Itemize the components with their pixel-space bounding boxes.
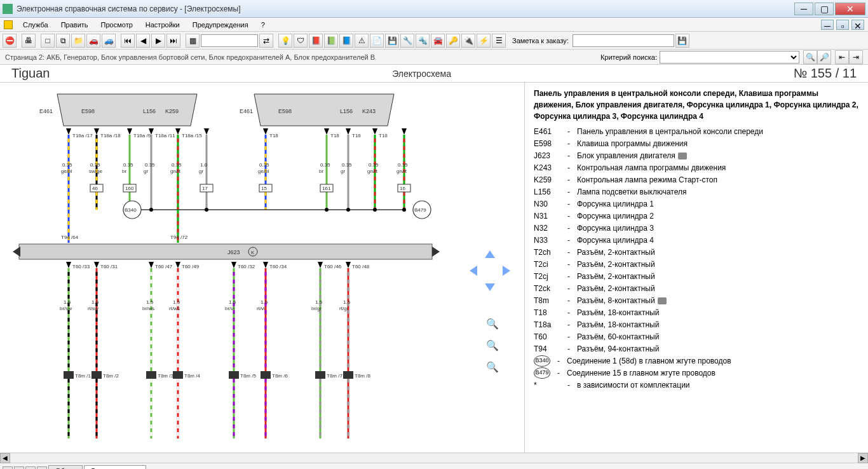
maximize-button[interactable]: ▢ (815, 3, 834, 15)
tb-list-icon[interactable]: ☰ (492, 34, 506, 48)
tb-next-icon[interactable]: ▶ (151, 34, 165, 48)
legend-row: N33-Форсунка цилиндра 4 (534, 234, 859, 246)
legend-row: K243-Контрольная лампа программы движени… (534, 162, 859, 173)
camera-icon[interactable] (658, 297, 667, 304)
tb-tool2-icon[interactable]: 🔩 (416, 34, 430, 48)
svg-text:gr: gr (341, 168, 345, 174)
tb-prev-icon[interactable]: ◀ (136, 34, 150, 48)
tab-nav-first[interactable]: ⏮ (3, 466, 13, 469)
svg-text:br/gr: br/gr (311, 306, 322, 311)
menu-view[interactable]: Просмотр (96, 20, 138, 30)
note-label: Заметка к заказу: (512, 37, 569, 44)
legend-dash: - (566, 162, 572, 173)
legend-dash: - (566, 331, 572, 343)
scroll-right-icon[interactable]: ▶ (858, 453, 868, 463)
tb-book1-icon[interactable]: 📕 (309, 34, 323, 48)
svg-text:ge/bl: ge/bl (61, 168, 72, 174)
tb-book3-icon[interactable]: 📘 (339, 34, 353, 48)
legend-dash: - (566, 210, 572, 222)
svg-text:0.35: 0.35 (90, 162, 100, 168)
model-name: Tiguan (11, 66, 50, 81)
svg-text:46: 46 (92, 186, 98, 191)
legend-dash: - (566, 295, 572, 306)
zoom-in-icon[interactable]: 🔍 (486, 339, 499, 352)
menu-settings[interactable]: Настройки (140, 20, 185, 30)
svg-text:T8m /6: T8m /6 (272, 373, 288, 379)
pagebar: Страница 2: АКБ, Генератор, Блок управле… (0, 50, 868, 65)
tb-refresh-icon[interactable]: ⇄ (259, 34, 273, 48)
svg-text:br/sw: br/sw (60, 306, 72, 311)
tb-disk-icon[interactable]: 💾 (385, 34, 399, 48)
wiring-diagram[interactable]: E461E598L156K259E461E598L156K243T18a /17… (0, 83, 525, 452)
svg-text:T60 /46: T60 /46 (324, 264, 342, 269)
svg-text:T8m /1: T8m /1 (75, 373, 91, 379)
criteria-btn1-icon[interactable]: 🔍 (803, 50, 817, 64)
tb-circuit-icon[interactable]: ⚡ (477, 34, 491, 48)
nav-right-icon[interactable] (503, 266, 510, 276)
page-description: Страница 2: АКБ, Генератор, Блок управле… (5, 53, 375, 61)
legend-row: B479-Соединение 15 в главном жгуте прово… (534, 367, 859, 379)
svg-marker-36 (175, 128, 180, 135)
svg-text:rt/ws: rt/ws (169, 306, 180, 311)
mdi-close-button[interactable]: ✕ (851, 20, 864, 30)
criteria-btn2-icon[interactable]: 🔎 (817, 50, 831, 64)
menu-edit[interactable]: Править (56, 20, 93, 30)
tab-overview[interactable]: Обзор (48, 465, 83, 469)
tb-note-save-icon[interactable]: 💾 (675, 34, 689, 48)
tab-schematic[interactable]: Электросхема (84, 465, 147, 469)
tab-nav-next[interactable]: ▶ (25, 466, 36, 469)
tb-shield-icon[interactable]: 🛡 (294, 34, 308, 48)
svg-text:K243: K243 (362, 108, 376, 114)
tab-nav-last[interactable]: ⏭ (37, 466, 47, 469)
tb-warn-icon[interactable]: ⚠ (355, 34, 369, 48)
tb-print-icon[interactable]: 🖶 (22, 34, 36, 48)
tb-last-icon[interactable]: ⏭ (166, 34, 180, 48)
criteria-btn3-icon[interactable]: ⇤ (835, 50, 849, 64)
tb-car2-icon[interactable]: 🚙 (102, 34, 116, 48)
nav-left-icon[interactable] (470, 266, 477, 276)
tb-grid-icon[interactable]: ▦ (186, 34, 200, 48)
main-toolbar: ⛔ 🖶 □ ⧉ 📁 🚗 🚙 ⏮ ◀ ▶ ⏭ ▦ ⇄ 💡 🛡 📕 📗 📘 ⚠ 📄 … (0, 32, 868, 50)
tb-plug-icon[interactable]: 🔌 (461, 34, 475, 48)
diagram-scrollbar[interactable]: ◀ ▶ (0, 452, 868, 463)
svg-point-85 (325, 208, 329, 212)
svg-rect-119 (92, 371, 102, 379)
criteria-select[interactable] (660, 51, 799, 64)
nav-down-icon[interactable] (485, 283, 495, 291)
tb-new-icon[interactable]: □ (41, 34, 55, 48)
zoom-fit-icon[interactable]: 🔍 (486, 318, 499, 330)
menu-warnings[interactable]: Предупреждения (187, 20, 254, 30)
tb-key-icon[interactable]: 🔑 (446, 34, 460, 48)
camera-icon[interactable] (678, 153, 687, 160)
minimize-button[interactable]: ─ (794, 3, 813, 15)
zoom-out-icon[interactable]: 🔍 (486, 361, 499, 374)
close-button[interactable]: ✕ (835, 3, 865, 15)
tb-tool1-icon[interactable]: 🔧 (400, 34, 414, 48)
tb-first-icon[interactable]: ⏮ (121, 34, 135, 48)
svg-point-88 (402, 208, 406, 212)
legend-desc: Форсунка цилиндра 4 (577, 234, 859, 246)
svg-text:gn/rt: gn/rt (367, 168, 378, 174)
tb-doc-icon[interactable]: 📄 (370, 34, 384, 48)
tb-stop-icon[interactable]: ⛔ (3, 34, 17, 48)
svg-marker-105 (66, 262, 71, 268)
tb-car3-icon[interactable]: 🚘 (431, 34, 445, 48)
scroll-left-icon[interactable]: ◀ (0, 453, 10, 463)
note-input[interactable] (573, 34, 674, 47)
svg-text:E461: E461 (39, 108, 53, 114)
mdi-restore-button[interactable]: ▫ (836, 20, 849, 30)
tb-page-input[interactable] (201, 34, 258, 47)
tb-light-icon[interactable]: 💡 (278, 34, 292, 48)
menu-service[interactable]: Служба (18, 20, 53, 30)
tab-nav-prev[interactable]: ◀ (14, 466, 24, 469)
tb-folder-icon[interactable]: 📁 (71, 34, 85, 48)
tb-car1-icon[interactable]: 🚗 (86, 34, 100, 48)
tb-book2-icon[interactable]: 📗 (324, 34, 338, 48)
menu-help[interactable]: ? (256, 20, 270, 30)
criteria-btn4-icon[interactable]: ⇥ (849, 50, 863, 64)
mdi-minimize-button[interactable]: ─ (821, 20, 834, 30)
legend-desc: Форсунка цилиндра 3 (577, 222, 859, 234)
nav-up-icon[interactable] (485, 250, 495, 258)
tb-copy-icon[interactable]: ⧉ (56, 34, 70, 48)
svg-text:T8m /7: T8m /7 (327, 373, 342, 379)
